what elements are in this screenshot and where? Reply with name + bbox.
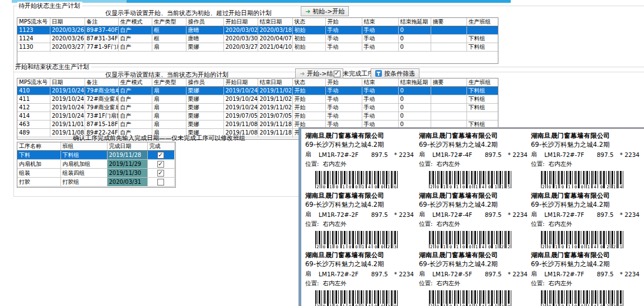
table-row[interactable]: 4122019/10/2479#商业窗扇自产扇栗娜2019/10/242019/… [17, 104, 498, 112]
process-name-cell[interactable]: 内扇机加 [17, 160, 60, 169]
cell[interactable]: 扇 [152, 120, 186, 129]
print-label[interactable]: 湖南旦晟门窗幕墙有限公司69-长沙万科魅力之城4.2期扇LM1R-72#-2F8… [305, 132, 415, 188]
cell[interactable]: 2019/10/24 [223, 87, 258, 95]
column-header[interactable]: 结束日期 [258, 78, 292, 87]
table-row[interactable]: 11232020/03/2689#37-40F门框自产框唐晴2020/03/02… [17, 26, 498, 35]
process-row[interactable]: 打胶打胶组2020/03/31 [17, 178, 174, 187]
cell[interactable] [431, 95, 466, 104]
table-row[interactable]: 4102019/10/2479#商业地单...自产扇栗娜2019/10/2420… [17, 87, 498, 95]
cell[interactable]: 0 [398, 35, 431, 43]
work-group-cell[interactable]: 内扇机加组 [60, 160, 107, 169]
column-header[interactable]: 生产模式 [118, 18, 152, 26]
cell[interactable]: 栗娜 [186, 87, 223, 95]
cell[interactable]: 0 [398, 43, 431, 52]
column-header[interactable]: 开始日期 [223, 78, 258, 87]
cell[interactable]: 2020/03/27 [50, 43, 85, 52]
process-row[interactable]: 下料下料组2019/11/28 [17, 151, 174, 160]
column-header[interactable]: 日期 [50, 78, 85, 87]
cell[interactable]: 自产 [118, 26, 152, 35]
column-header[interactable]: 结束拖延期 [398, 78, 431, 87]
cell[interactable]: 77#1-9F门扇 [85, 43, 118, 52]
column-header[interactable]: 生产类型 [152, 78, 186, 87]
cell[interactable] [431, 35, 466, 43]
cell[interactable]: 扇 [152, 95, 186, 104]
cell[interactable]: 2019/11/01 [50, 120, 85, 129]
cell[interactable]: 1130 [17, 43, 50, 52]
cell[interactable]: 412 [17, 104, 50, 112]
cell[interactable]: 2020/04/07 [258, 35, 292, 43]
print-label[interactable]: 湖南旦晟门窗幕墙有限公司69-长沙万科魅力之城4.2期扇LM1R-72#-4F8… [419, 192, 529, 248]
print-label[interactable]: 湖南旦晟门窗幕墙有限公司69-长沙万科魅力之城4.2期扇LM1R-72#-7F8… [531, 251, 641, 306]
print-label[interactable]: 湖南旦晟门窗幕墙有限公司69-长沙万科魅力之城4.2期扇LM1R-72#-5F8… [419, 251, 529, 306]
cell[interactable]: 79#商业窗扇 [85, 104, 118, 112]
cell[interactable]: 手动 [362, 87, 398, 95]
cell[interactable]: 自产 [118, 87, 152, 95]
cell[interactable] [431, 104, 466, 112]
cell[interactable] [466, 112, 498, 120]
cell[interactable]: 2019/07/05 [258, 112, 292, 120]
table-row[interactable]: 11302020/03/2777#1-9F门扇自产扇栗娜2020/03/2720… [17, 43, 498, 52]
work-group-cell[interactable]: 组装四组 [60, 169, 107, 178]
process-name-cell[interactable]: 打胶 [17, 178, 60, 187]
cell[interactable]: 手动 [362, 112, 398, 120]
cell[interactable]: 87#15-18F窗扇 [85, 120, 118, 129]
cell[interactable]: 1123 [17, 26, 50, 35]
cell[interactable]: 2019/10/24 [50, 95, 85, 104]
work-group-cell[interactable]: 打胶组 [60, 178, 107, 187]
column-header[interactable]: 生产班组 [466, 78, 498, 87]
column-header[interactable]: 生产类型 [152, 18, 186, 26]
cell[interactable]: 2019/11/02 [258, 87, 292, 95]
cell[interactable]: 73#1F门扇窗扇 [85, 112, 118, 120]
cell[interactable]: 唐晴 [186, 35, 223, 43]
column-header[interactable]: MPS流水号 [17, 18, 50, 26]
cell[interactable]: 栗娜 [186, 43, 223, 52]
column-header[interactable]: 班组 [60, 142, 107, 151]
done-checkbox[interactable] [157, 179, 164, 186]
column-header[interactable]: 备注 [85, 18, 118, 26]
cell[interactable]: 2020/03/30 [223, 35, 258, 43]
cell[interactable]: 栗娜 [186, 112, 223, 120]
cell[interactable]: 自产 [118, 120, 152, 129]
finish-date-cell[interactable]: 2019/11/28 [107, 151, 147, 160]
column-header[interactable]: 工序名称 [17, 142, 60, 151]
finish-date-cell[interactable]: 2020/03/31 [107, 178, 147, 187]
cell[interactable]: 下料组 [466, 43, 498, 52]
cell[interactable] [466, 26, 498, 35]
column-header[interactable]: MPS流水号 [17, 78, 50, 87]
cell[interactable]: 自产 [118, 43, 152, 52]
cell[interactable]: 0 [398, 112, 431, 120]
unfinished-process-checkbox[interactable] [334, 71, 340, 77]
cell[interactable]: 扇 [152, 112, 186, 120]
cell[interactable]: 2019/10/24 [50, 87, 85, 95]
column-header[interactable]: 开始日期 [223, 18, 258, 26]
cell[interactable]: 2019/11/08 [223, 120, 258, 129]
cell[interactable]: 89#37-40F门框 [85, 26, 118, 35]
cell[interactable]: 2019/11/18 [258, 120, 292, 129]
cell[interactable]: 手动 [325, 95, 362, 104]
cell[interactable]: 手动 [325, 112, 362, 120]
cell[interactable]: 手动 [362, 35, 398, 43]
cell[interactable]: 0 [398, 26, 431, 35]
column-header[interactable]: 结束日期 [258, 18, 292, 26]
done-checkbox[interactable] [157, 152, 164, 159]
cell[interactable]: 初始 [292, 35, 325, 43]
cell[interactable] [431, 26, 466, 35]
cell[interactable]: 手动 [325, 26, 362, 35]
cell[interactable]: 2019/11/18 [258, 129, 292, 137]
cell[interactable]: 开始 [292, 95, 325, 104]
cell[interactable]: 手动 [362, 104, 398, 112]
cell[interactable]: 0 [398, 95, 431, 104]
cell[interactable]: 自产 [118, 112, 152, 120]
process-name-cell[interactable]: 组装 [17, 169, 60, 178]
column-header[interactable]: 结束拖延期 [398, 18, 431, 26]
table-row[interactable]: 11242020/03/2687#31-34F门框自产框唐晴2020/03/30… [17, 35, 498, 43]
cell[interactable]: 0 [398, 87, 431, 95]
process-name-cell[interactable]: 下料 [17, 151, 60, 160]
cell[interactable]: 2020/03/02 [223, 26, 258, 35]
cell[interactable]: 手动 [362, 95, 398, 104]
cell[interactable]: 唐晴 [186, 26, 223, 35]
cell[interactable]: 2019/10/24 [223, 104, 258, 112]
cell[interactable]: 初始 [292, 26, 325, 35]
process-row[interactable]: 组装组装四组2019/11/30 [17, 169, 174, 178]
cell[interactable]: 框 [152, 26, 186, 35]
